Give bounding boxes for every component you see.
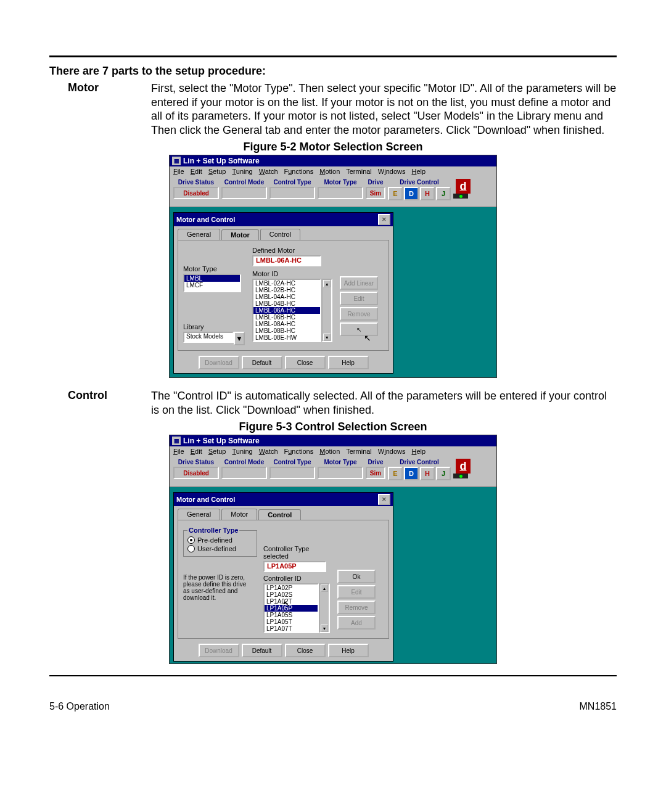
menu-watch[interactable]: Watch [259, 448, 278, 455]
tab-motor[interactable]: Motor [221, 509, 257, 520]
menu-watch[interactable]: Watch [259, 168, 278, 175]
drive-control-d-button[interactable]: D [404, 467, 419, 480]
motor-type-opt-lmbl[interactable]: LMBL [184, 275, 240, 282]
menu-edit[interactable]: Edit [191, 168, 202, 175]
add-button[interactable]: Add [337, 616, 376, 630]
motor-section-label: Motor [49, 81, 151, 94]
controller-id-opt[interactable]: LP1A02P [265, 584, 318, 591]
scroll-down-icon[interactable]: ▼ [321, 625, 328, 632]
radio-predefined[interactable]: Pre-defined [187, 536, 253, 544]
menu-tuning[interactable]: Tuning [232, 448, 252, 455]
motor-id-scrollbar[interactable]: ▲ ▼ [321, 279, 332, 342]
motor-id-opt[interactable]: LMBL-08B-HC [253, 327, 320, 334]
motor-id-opt[interactable]: LMBL-04A-HC [253, 293, 320, 300]
download-button[interactable]: Download [199, 644, 239, 657]
remove-button[interactable]: Remove [337, 601, 376, 614]
help-button[interactable]: Help [328, 356, 369, 369]
figure-5-3-caption: Figure 5-3 Control Selection Screen [49, 420, 617, 433]
tab-control[interactable]: Control [260, 229, 300, 240]
edit-button[interactable]: Edit [340, 292, 378, 305]
menu-functions[interactable]: Functions [284, 168, 314, 175]
drive-control-j-button[interactable]: J [436, 187, 451, 200]
dialog-close-button[interactable]: ✕ [378, 214, 390, 225]
controller-id-scrollbar[interactable]: ▲ ▼ [319, 583, 330, 633]
controller-id-listbox[interactable]: LP1A02P LP1A02S LP1A02T LP1A05P LP1A05S … [263, 583, 319, 633]
controller-id-opt[interactable]: LP1A05P [265, 605, 318, 612]
menu-terminal[interactable]: Terminal [346, 448, 372, 455]
menu-help[interactable]: Help [411, 168, 426, 175]
tab-motor[interactable]: Motor [221, 229, 259, 240]
toolbar: Drive Status Disabled Control Mode Contr… [170, 176, 496, 207]
menubar: File Edit Setup Tuning Watch Functions M… [170, 166, 496, 176]
menu-edit[interactable]: Edit [191, 448, 202, 455]
close-button[interactable]: Close [285, 356, 326, 369]
motor-type-label: Motor Type [318, 459, 363, 465]
defined-motor-label: Defined Motor [252, 247, 332, 254]
drive-control-d-button[interactable]: D [404, 187, 419, 200]
edit-button[interactable]: Edit [337, 585, 376, 599]
menu-setup[interactable]: Setup [208, 168, 226, 175]
control-section-text: The "Control ID" is automatically select… [151, 389, 617, 417]
tab-general[interactable]: General [178, 509, 220, 520]
scroll-up-icon[interactable]: ▲ [321, 584, 328, 592]
menu-help[interactable]: Help [411, 448, 426, 455]
menu-motion[interactable]: Motion [319, 168, 340, 175]
add-linear-button[interactable]: Add Linear [340, 276, 378, 290]
figure-5-2-caption: Figure 5-2 Motor Selection Screen [49, 141, 617, 154]
motor-type-listbox[interactable]: LMBL LMCF [183, 274, 241, 292]
drive-control-h-button[interactable]: H [420, 467, 435, 480]
library-dropdown[interactable]: Stock Models ▼ [183, 332, 245, 345]
menu-windows[interactable]: Windows [378, 448, 406, 455]
scroll-down-icon[interactable]: ▼ [323, 334, 331, 341]
brand-logo: d [456, 179, 471, 194]
scroll-up-icon[interactable]: ▲ [323, 280, 331, 287]
controller-id-opt[interactable]: LP1A05S [265, 612, 318, 618]
controller-id-label: Controller ID [263, 575, 331, 582]
default-button[interactable]: Default [242, 644, 282, 657]
menu-windows[interactable]: Windows [378, 168, 406, 175]
ok-button[interactable]: Ok [337, 570, 376, 583]
app-icon: ▦ [172, 157, 181, 165]
menu-motion[interactable]: Motion [319, 448, 340, 455]
dialog-close-button[interactable]: ✕ [378, 494, 390, 505]
dropdown-arrow-icon[interactable]: ▼ [234, 332, 245, 345]
drive-status-label: Drive Status [173, 179, 219, 186]
radio-userdefined[interactable]: User-defined [187, 545, 253, 552]
menu-setup[interactable]: Setup [208, 448, 226, 455]
tab-control[interactable]: Control [258, 509, 301, 520]
drive-control-e-button[interactable]: E [388, 187, 403, 200]
radio-dot-icon [187, 536, 195, 544]
motor-id-listbox[interactable]: LMBL-02A-HC LMBL-02B-HC LMBL-04A-HC LMBL… [252, 279, 321, 342]
motor-selection-screenshot: ▦ Lin + Set Up Software File Edit Setup … [169, 155, 497, 378]
motor-id-opt[interactable]: LMBL-02A-HC [253, 280, 320, 287]
drive-control-h-button[interactable]: H [420, 187, 435, 200]
motor-id-opt[interactable]: LMBL-08E-HW [253, 334, 320, 341]
controller-id-opt[interactable]: LP1A05T [265, 618, 318, 625]
motor-id-opt[interactable]: LMBL-06B-HC [253, 314, 320, 321]
menu-functions[interactable]: Functions [284, 448, 314, 455]
motor-control-dialog: Motor and Control ✕ General Motor Contro… [173, 212, 393, 374]
controller-id-opt[interactable]: LP1A07T [265, 625, 318, 632]
drive-control-e-button[interactable]: E [388, 467, 403, 480]
motor-type-opt-lmcf[interactable]: LMCF [184, 282, 240, 289]
dialog-title: Motor and Control [176, 216, 235, 223]
help-button[interactable]: Help [328, 644, 369, 657]
default-button[interactable]: Default [242, 356, 282, 369]
menu-file[interactable]: File [173, 168, 184, 175]
drive-control-j-button[interactable]: J [436, 467, 451, 480]
brand-indicator [453, 474, 468, 478]
menu-tuning[interactable]: Tuning [232, 168, 252, 175]
cursor-button[interactable]: ↖ [340, 322, 378, 336]
motor-id-opt[interactable]: LMBL-08A-HC [253, 321, 320, 327]
download-button[interactable]: Download [199, 356, 239, 369]
menu-terminal[interactable]: Terminal [346, 168, 372, 175]
menu-file[interactable]: File [173, 448, 184, 455]
tab-general[interactable]: General [178, 229, 220, 240]
motor-id-opt[interactable]: LMBL-06A-HC [253, 307, 320, 314]
motor-id-opt[interactable]: LMBL-02B-HC [253, 287, 320, 293]
controller-id-opt[interactable]: LP1A02T [265, 598, 318, 605]
close-button[interactable]: Close [285, 644, 326, 657]
motor-id-opt[interactable]: LMBL-04B-HC [253, 300, 320, 307]
controller-id-opt[interactable]: LP1A02S [265, 591, 318, 598]
remove-button[interactable]: Remove [340, 307, 378, 321]
